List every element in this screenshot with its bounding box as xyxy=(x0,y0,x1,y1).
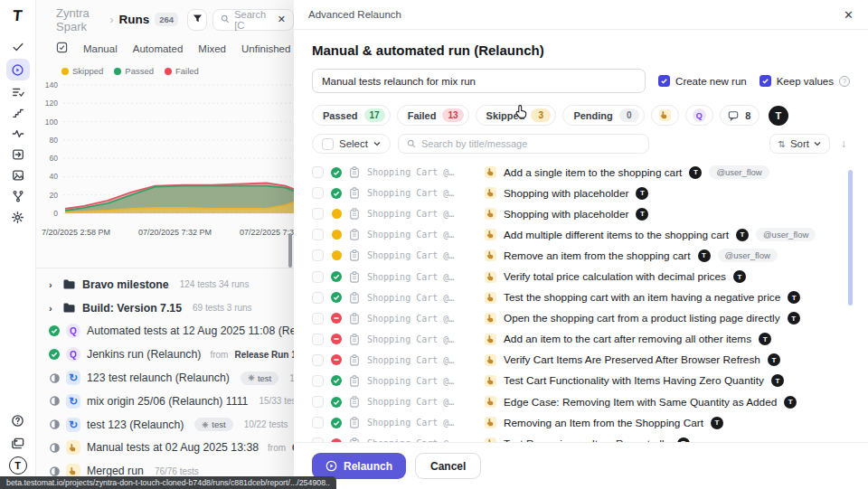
test-row[interactable]: Shopping Cart @…Open the shopping cart f… xyxy=(312,308,850,329)
tab-unfinished[interactable]: Unfinished xyxy=(241,43,290,54)
test-title[interactable]: Removing an Item from the Shopping Cart xyxy=(504,417,703,429)
tree-run-row[interactable]: ↻mix origin 25/06 (Relaunch) 111115/33 t… xyxy=(36,390,294,413)
row-checkbox[interactable] xyxy=(312,166,324,178)
row-checkbox[interactable] xyxy=(312,437,324,442)
filter-chip-skipped[interactable]: Skipped 3 xyxy=(476,105,557,126)
tab-automated[interactable]: Automated xyxy=(133,43,184,54)
row-checkbox[interactable] xyxy=(312,313,324,324)
search-clear-icon[interactable]: ✕ xyxy=(278,14,286,25)
test-row[interactable]: Shopping Cart @…Verify Cart Items Are Pr… xyxy=(312,350,850,371)
branch-icon[interactable] xyxy=(6,187,30,205)
board-edit-icon[interactable] xyxy=(56,42,68,55)
test-title[interactable]: Remove an item from the shopping cart xyxy=(504,249,691,262)
tree-run-row[interactable]: Manual tests at 02 Aug 2025 13:38fromCus… xyxy=(36,437,294,460)
suite-name: Shopping Cart @… xyxy=(367,250,477,260)
row-checkbox[interactable] xyxy=(312,396,324,408)
select-dropdown[interactable]: Select xyxy=(312,134,391,154)
folders-icon[interactable] xyxy=(6,434,30,452)
row-checkbox[interactable] xyxy=(312,249,324,261)
chevron-right-icon[interactable]: › xyxy=(49,303,56,314)
sort-button[interactable]: ⇅ Sort xyxy=(769,134,830,154)
test-title[interactable]: Add a single item to the shopping cart xyxy=(504,166,682,179)
tree-folder-row[interactable]: ›Bravo milestone124 tests 34 runs xyxy=(36,273,294,296)
gear-icon[interactable] xyxy=(6,208,30,226)
relaunch-button[interactable]: Relaunch xyxy=(312,453,406,479)
tab-mixed[interactable]: Mixed xyxy=(198,43,226,54)
filter-chip-passed[interactable]: Passed 17 xyxy=(312,105,391,126)
test-title[interactable]: Verify Cart Items Are Preserved After Br… xyxy=(504,353,760,366)
user-avatar[interactable]: T xyxy=(9,456,27,475)
test-row[interactable]: Shopping Cart @…Test the shopping cart w… xyxy=(312,287,850,308)
select-all-checkbox[interactable] xyxy=(322,138,334,150)
row-checkbox[interactable] xyxy=(312,334,324,345)
chevron-right-icon[interactable]: › xyxy=(49,279,56,290)
test-row[interactable]: Shopping Cart @…Remove an item from the … xyxy=(312,245,850,266)
filter-chip-comment[interactable]: 8 xyxy=(720,105,760,126)
test-title[interactable]: Shopping with placeholder xyxy=(504,187,628,200)
modal-scrollbar-thumb[interactable] xyxy=(848,170,853,306)
test-title[interactable]: Shopping with placeholder xyxy=(504,208,628,221)
test-row[interactable]: Shopping Cart @…Verify total price calcu… xyxy=(312,266,850,287)
tree-run-row[interactable]: ↻123 test relaunch (Relaunch)test15/23 t… xyxy=(36,366,294,390)
inbox-arrow-icon[interactable] xyxy=(6,146,30,164)
test-row[interactable]: Shopping Cart @…Removing an Item from th… xyxy=(312,412,850,433)
row-checkbox[interactable] xyxy=(312,187,324,199)
manual-pointer-icon xyxy=(485,417,496,428)
tree-run-row[interactable]: QJenkins run (Relaunch)fromRelease Run 1… xyxy=(36,343,294,366)
row-checkbox[interactable] xyxy=(312,375,324,387)
filter-chip-pending[interactable]: Pending 0 xyxy=(562,105,644,126)
row-checkbox[interactable] xyxy=(312,354,324,366)
test-title[interactable]: Test the shopping cart with an item havi… xyxy=(504,291,780,304)
breadcrumb-page[interactable]: Runs xyxy=(118,13,149,26)
filter-chip-automated-q[interactable]: Q xyxy=(685,105,713,126)
test-title[interactable]: Test Cart Functionality with Items Havin… xyxy=(504,374,764,387)
run-name-input[interactable] xyxy=(312,69,646,93)
test-row[interactable]: Shopping Cart @…Add an item to the cart … xyxy=(312,329,850,350)
test-row[interactable]: Shopping Cart @…Test Cart Functionality … xyxy=(312,371,850,391)
test-row[interactable]: Shopping Cart @…Shopping with placeholde… xyxy=(312,183,850,203)
list-check-icon[interactable] xyxy=(6,83,30,101)
left-scrollbar-thumb[interactable] xyxy=(288,233,292,268)
test-title[interactable]: Edge Case: Removing Item with Same Quant… xyxy=(504,396,777,409)
row-checkbox[interactable] xyxy=(312,271,324,283)
test-row[interactable]: Shopping Cart @…Add multiple different i… xyxy=(312,224,850,245)
tree-run-row[interactable]: ↻test 123 (Relaunch)test10/22 tests xyxy=(36,413,294,437)
tree-run-row[interactable]: QAutomated tests at 12 Aug 2025 11:08 (R… xyxy=(36,320,294,343)
row-checkbox[interactable] xyxy=(312,208,324,220)
row-checkbox[interactable] xyxy=(312,417,324,428)
create-new-run-checkbox[interactable]: Create new run xyxy=(658,75,747,87)
play-circle-icon[interactable] xyxy=(6,59,30,80)
test-title[interactable]: Test Removing an Item Repeatedly xyxy=(504,437,670,442)
row-checkbox[interactable] xyxy=(312,229,324,240)
test-row[interactable]: Shopping Cart @…Add a single item to the… xyxy=(312,162,850,183)
activity-icon[interactable] xyxy=(6,125,30,143)
tree-folder-row[interactable]: ›Build: Version 7.1569 tests 3 runs xyxy=(36,296,294,320)
breadcrumb-project[interactable]: Zyntra Spark xyxy=(56,6,104,33)
test-title[interactable]: Add multiple different items to the shop… xyxy=(504,229,729,241)
runs-search-input[interactable]: Search [C ✕ xyxy=(212,9,294,31)
filter-chip-failed[interactable]: Failed 13 xyxy=(397,105,469,126)
test-search-input[interactable] xyxy=(398,134,649,154)
clipboard-icon xyxy=(349,271,360,283)
close-icon[interactable]: ✕ xyxy=(844,8,854,22)
keep-values-checkbox[interactable]: Keep values ? xyxy=(760,75,850,87)
cancel-button[interactable]: Cancel xyxy=(415,453,481,479)
help-icon[interactable]: ? xyxy=(839,76,850,87)
assignee-avatar[interactable]: T xyxy=(769,106,788,126)
test-title[interactable]: Add an item to the cart after removing a… xyxy=(504,333,751,345)
image-icon[interactable] xyxy=(6,166,30,184)
download-arrow-icon[interactable]: ↓ xyxy=(841,137,846,150)
steps-icon[interactable] xyxy=(6,104,30,122)
test-row[interactable]: Shopping Cart @…Shopping with placeholde… xyxy=(312,203,850,224)
test-search-field[interactable] xyxy=(421,138,640,149)
row-checkbox[interactable] xyxy=(312,292,324,304)
test-row[interactable]: Shopping Cart @…Test Removing an Item Re… xyxy=(312,433,850,442)
test-title[interactable]: Open the shopping cart from a product li… xyxy=(504,312,780,324)
filter-chip-manual-pointer[interactable] xyxy=(651,105,679,126)
filter-button[interactable] xyxy=(187,9,207,31)
help-icon[interactable] xyxy=(6,411,30,429)
check-icon[interactable] xyxy=(6,38,30,56)
test-row[interactable]: Shopping Cart @…Edge Case: Removing Item… xyxy=(312,391,850,412)
tab-manual[interactable]: Manual xyxy=(83,43,118,54)
test-title[interactable]: Verify total price calculation with deci… xyxy=(504,270,726,283)
